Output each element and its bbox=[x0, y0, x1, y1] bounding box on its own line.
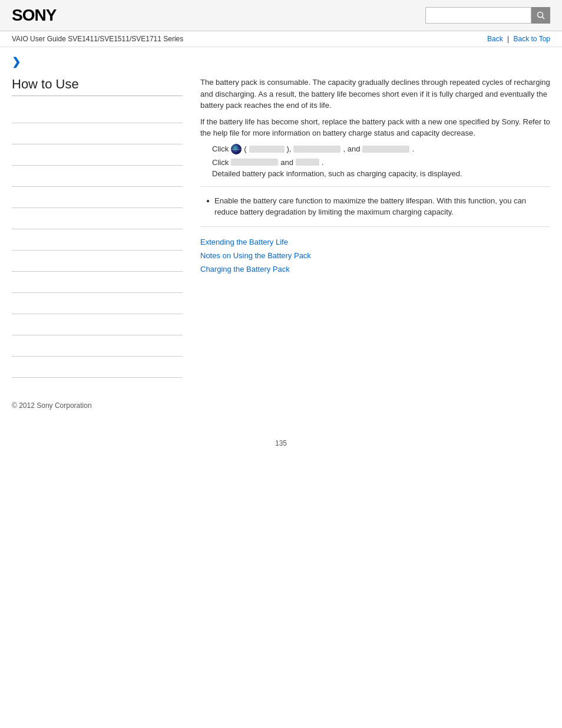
placeholder-5 bbox=[296, 159, 319, 166]
svg-point-0 bbox=[538, 12, 543, 18]
list-item[interactable] bbox=[12, 251, 183, 272]
svg-line-1 bbox=[543, 17, 545, 19]
sidebar-heading: How to Use bbox=[12, 77, 183, 96]
placeholder-4 bbox=[231, 159, 278, 166]
detail-text: Detailed battery pack information, such … bbox=[200, 169, 550, 178]
divider-bottom bbox=[200, 226, 550, 227]
click-line-2: Click and . bbox=[200, 158, 550, 167]
nav-title: VAIO User Guide SVE1411/SVE1511/SVE1711 … bbox=[12, 35, 183, 43]
bullet-text: Enable the battery care function to maxi… bbox=[214, 195, 550, 218]
list-item[interactable] bbox=[12, 187, 183, 208]
header: SONY bbox=[0, 0, 562, 31]
list-item[interactable] bbox=[12, 166, 183, 187]
list-item[interactable] bbox=[12, 293, 183, 314]
search-area bbox=[425, 7, 550, 24]
search-icon bbox=[537, 11, 545, 19]
related-link-3[interactable]: Charging the Battery Pack bbox=[200, 262, 550, 276]
chevron-icon[interactable]: ❯ bbox=[12, 56, 21, 68]
click-paren-close: ), bbox=[287, 144, 292, 153]
click-and-1: , and bbox=[343, 144, 360, 153]
back-to-top-link[interactable]: Back to Top bbox=[514, 35, 550, 43]
search-button[interactable] bbox=[531, 7, 550, 24]
click-line-1: Click ( ), , and . bbox=[200, 144, 550, 154]
back-link[interactable]: Back bbox=[487, 35, 503, 43]
list-item[interactable] bbox=[12, 357, 183, 378]
bullet-section: ● Enable the battery care function to ma… bbox=[206, 195, 550, 218]
article: The battery pack is consumable. The capa… bbox=[194, 77, 550, 378]
list-item[interactable] bbox=[12, 102, 183, 123]
sony-logo: SONY bbox=[12, 6, 56, 25]
click-label-1: Click bbox=[212, 144, 229, 153]
related-link-2[interactable]: Notes on Using the Battery Pack bbox=[200, 249, 550, 262]
bullet-dot: ● bbox=[206, 196, 210, 205]
page-number: 135 bbox=[0, 427, 562, 459]
nav-separator: | bbox=[507, 35, 509, 43]
list-item[interactable] bbox=[12, 144, 183, 166]
footer: © 2012 Sony Corporation bbox=[0, 396, 562, 427]
bullet-item: ● Enable the battery care function to ma… bbox=[206, 195, 550, 218]
list-item[interactable] bbox=[12, 123, 183, 144]
list-item[interactable] bbox=[12, 272, 183, 293]
article-para2: If the battery life has become short, re… bbox=[200, 116, 550, 139]
list-item[interactable] bbox=[12, 335, 183, 357]
search-input[interactable] bbox=[425, 7, 531, 24]
divider-top bbox=[200, 186, 550, 187]
article-para1: The battery pack is consumable. The capa… bbox=[200, 77, 550, 111]
nav-links: Back | Back to Top bbox=[487, 35, 550, 43]
click-end-1: . bbox=[412, 144, 414, 153]
placeholder-2 bbox=[293, 146, 340, 153]
placeholder-3 bbox=[362, 146, 409, 153]
sidebar: How to Use bbox=[12, 77, 194, 378]
placeholder-1 bbox=[249, 146, 285, 153]
related-link-1[interactable]: Extending the Battery Life bbox=[200, 235, 550, 249]
main-content: How to Use The battery pack is consumabl… bbox=[0, 71, 562, 396]
copyright: © 2012 Sony Corporation bbox=[12, 401, 92, 410]
nav-bar: VAIO User Guide SVE1411/SVE1511/SVE1711 … bbox=[0, 31, 562, 47]
click-end-2: . bbox=[322, 158, 324, 167]
list-item[interactable] bbox=[12, 208, 183, 229]
globe-icon bbox=[231, 144, 242, 154]
list-item[interactable] bbox=[12, 314, 183, 335]
click-paren-open: ( bbox=[244, 144, 246, 153]
click-label-2: Click bbox=[212, 158, 229, 167]
click-and-2: and bbox=[280, 158, 293, 167]
list-item[interactable] bbox=[12, 229, 183, 251]
related-links: Extending the Battery Life Notes on Usin… bbox=[200, 235, 550, 276]
chevron-bar: ❯ bbox=[0, 47, 562, 71]
